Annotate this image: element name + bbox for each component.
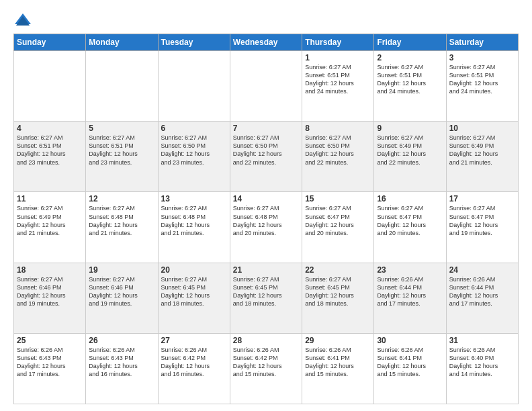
day-number: 5: [89, 124, 154, 133]
header: [13, 11, 519, 30]
day-number: 13: [161, 194, 227, 203]
day-number: 31: [449, 336, 515, 345]
day-number: 19: [89, 265, 154, 275]
calendar-day-header: Wednesday: [230, 34, 302, 51]
calendar-day-header: Thursday: [302, 34, 374, 51]
calendar-cell: [86, 51, 158, 122]
day-number: 11: [17, 194, 83, 203]
calendar-day-header: Tuesday: [158, 34, 230, 51]
calendar-week-row: 1Sunrise: 6:27 AM Sunset: 6:51 PM Daylig…: [14, 51, 519, 122]
day-info: Sunrise: 6:26 AM Sunset: 6:44 PM Dayligh…: [449, 275, 515, 308]
calendar-cell: 21Sunrise: 6:27 AM Sunset: 6:45 PM Dayli…: [230, 263, 302, 333]
calendar-cell: 17Sunrise: 6:27 AM Sunset: 6:47 PM Dayli…: [446, 192, 518, 263]
calendar-cell: 2Sunrise: 6:27 AM Sunset: 6:51 PM Daylig…: [374, 51, 446, 122]
day-info: Sunrise: 6:27 AM Sunset: 6:51 PM Dayligh…: [449, 63, 515, 96]
calendar-cell: 19Sunrise: 6:27 AM Sunset: 6:46 PM Dayli…: [86, 263, 158, 333]
day-info: Sunrise: 6:26 AM Sunset: 6:43 PM Dayligh…: [89, 346, 154, 379]
calendar-cell: 27Sunrise: 6:26 AM Sunset: 6:42 PM Dayli…: [158, 333, 230, 404]
day-info: Sunrise: 6:27 AM Sunset: 6:47 PM Dayligh…: [305, 204, 371, 237]
day-number: 6: [161, 124, 227, 133]
day-number: 16: [377, 194, 443, 203]
calendar-cell: 16Sunrise: 6:27 AM Sunset: 6:47 PM Dayli…: [374, 192, 446, 263]
calendar-week-row: 25Sunrise: 6:26 AM Sunset: 6:43 PM Dayli…: [14, 333, 519, 404]
calendar-week-row: 4Sunrise: 6:27 AM Sunset: 6:51 PM Daylig…: [14, 122, 519, 192]
day-info: Sunrise: 6:27 AM Sunset: 6:49 PM Dayligh…: [17, 204, 83, 237]
day-number: 9: [377, 124, 443, 133]
day-number: 2: [377, 53, 443, 62]
day-number: 8: [305, 124, 371, 133]
day-info: Sunrise: 6:27 AM Sunset: 6:51 PM Dayligh…: [377, 63, 443, 96]
day-number: 7: [233, 124, 299, 133]
calendar-day-header: Monday: [86, 34, 158, 51]
calendar-day-header: Saturday: [446, 34, 518, 51]
calendar-cell: 5Sunrise: 6:27 AM Sunset: 6:51 PM Daylig…: [86, 122, 158, 192]
calendar-cell: [230, 51, 302, 122]
day-info: Sunrise: 6:27 AM Sunset: 6:46 PM Dayligh…: [17, 275, 83, 308]
day-number: 25: [17, 336, 83, 345]
day-number: 12: [89, 194, 154, 203]
day-number: 18: [17, 265, 83, 275]
calendar-cell: 4Sunrise: 6:27 AM Sunset: 6:51 PM Daylig…: [14, 122, 86, 192]
day-info: Sunrise: 6:27 AM Sunset: 6:51 PM Dayligh…: [305, 63, 371, 96]
day-number: 4: [17, 124, 83, 133]
day-number: 30: [377, 336, 443, 345]
calendar-cell: 6Sunrise: 6:27 AM Sunset: 6:50 PM Daylig…: [158, 122, 230, 192]
day-number: 28: [233, 336, 299, 345]
day-info: Sunrise: 6:26 AM Sunset: 6:43 PM Dayligh…: [17, 346, 83, 379]
calendar-cell: 8Sunrise: 6:27 AM Sunset: 6:50 PM Daylig…: [302, 122, 374, 192]
calendar-table: SundayMondayTuesdayWednesdayThursdayFrid…: [13, 34, 519, 404]
day-info: Sunrise: 6:27 AM Sunset: 6:45 PM Dayligh…: [233, 275, 299, 308]
calendar-cell: 22Sunrise: 6:27 AM Sunset: 6:45 PM Dayli…: [302, 263, 374, 333]
day-info: Sunrise: 6:27 AM Sunset: 6:47 PM Dayligh…: [377, 204, 443, 237]
calendar-cell: 26Sunrise: 6:26 AM Sunset: 6:43 PM Dayli…: [86, 333, 158, 404]
day-number: 20: [161, 265, 227, 275]
day-number: 26: [89, 336, 154, 345]
day-number: 14: [233, 194, 299, 203]
day-info: Sunrise: 6:27 AM Sunset: 6:45 PM Dayligh…: [305, 275, 371, 308]
day-number: 17: [449, 194, 515, 203]
day-info: Sunrise: 6:27 AM Sunset: 6:48 PM Dayligh…: [233, 204, 299, 237]
day-number: 10: [449, 124, 515, 133]
calendar-day-header: Friday: [374, 34, 446, 51]
calendar-cell: 13Sunrise: 6:27 AM Sunset: 6:48 PM Dayli…: [158, 192, 230, 263]
calendar-cell: 9Sunrise: 6:27 AM Sunset: 6:49 PM Daylig…: [374, 122, 446, 192]
calendar-cell: 12Sunrise: 6:27 AM Sunset: 6:48 PM Dayli…: [86, 192, 158, 263]
day-info: Sunrise: 6:26 AM Sunset: 6:41 PM Dayligh…: [377, 346, 443, 379]
calendar-cell: [158, 51, 230, 122]
calendar-week-row: 11Sunrise: 6:27 AM Sunset: 6:49 PM Dayli…: [14, 192, 519, 263]
calendar-cell: 20Sunrise: 6:27 AM Sunset: 6:45 PM Dayli…: [158, 263, 230, 333]
day-info: Sunrise: 6:27 AM Sunset: 6:51 PM Dayligh…: [17, 134, 83, 167]
calendar-cell: 30Sunrise: 6:26 AM Sunset: 6:41 PM Dayli…: [374, 333, 446, 404]
day-info: Sunrise: 6:26 AM Sunset: 6:44 PM Dayligh…: [377, 275, 443, 308]
day-info: Sunrise: 6:26 AM Sunset: 6:42 PM Dayligh…: [161, 346, 227, 379]
calendar-cell: 11Sunrise: 6:27 AM Sunset: 6:49 PM Dayli…: [14, 192, 86, 263]
day-info: Sunrise: 6:27 AM Sunset: 6:46 PM Dayligh…: [89, 275, 154, 308]
calendar-cell: 23Sunrise: 6:26 AM Sunset: 6:44 PM Dayli…: [374, 263, 446, 333]
calendar-cell: 3Sunrise: 6:27 AM Sunset: 6:51 PM Daylig…: [446, 51, 518, 122]
day-info: Sunrise: 6:27 AM Sunset: 6:50 PM Dayligh…: [233, 134, 299, 167]
logo-icon: [13, 11, 32, 30]
day-number: 23: [377, 265, 443, 275]
day-number: 29: [305, 336, 371, 345]
calendar-week-row: 18Sunrise: 6:27 AM Sunset: 6:46 PM Dayli…: [14, 263, 519, 333]
calendar-day-header: Sunday: [14, 34, 86, 51]
day-info: Sunrise: 6:26 AM Sunset: 6:41 PM Dayligh…: [305, 346, 371, 379]
day-number: 15: [305, 194, 371, 203]
calendar-cell: 31Sunrise: 6:26 AM Sunset: 6:40 PM Dayli…: [446, 333, 518, 404]
calendar-cell: 10Sunrise: 6:27 AM Sunset: 6:49 PM Dayli…: [446, 122, 518, 192]
day-number: 1: [305, 53, 371, 62]
calendar-cell: 25Sunrise: 6:26 AM Sunset: 6:43 PM Dayli…: [14, 333, 86, 404]
day-info: Sunrise: 6:27 AM Sunset: 6:50 PM Dayligh…: [161, 134, 227, 167]
calendar-cell: [14, 51, 86, 122]
day-info: Sunrise: 6:27 AM Sunset: 6:50 PM Dayligh…: [305, 134, 371, 167]
calendar-cell: 29Sunrise: 6:26 AM Sunset: 6:41 PM Dayli…: [302, 333, 374, 404]
day-number: 21: [233, 265, 299, 275]
day-info: Sunrise: 6:26 AM Sunset: 6:42 PM Dayligh…: [233, 346, 299, 379]
day-info: Sunrise: 6:27 AM Sunset: 6:48 PM Dayligh…: [161, 204, 227, 237]
day-number: 3: [449, 53, 515, 62]
calendar-cell: 7Sunrise: 6:27 AM Sunset: 6:50 PM Daylig…: [230, 122, 302, 192]
logo: [13, 11, 35, 30]
calendar-header-row: SundayMondayTuesdayWednesdayThursdayFrid…: [14, 34, 519, 51]
calendar-cell: 24Sunrise: 6:26 AM Sunset: 6:44 PM Dayli…: [446, 263, 518, 333]
day-number: 22: [305, 265, 371, 275]
